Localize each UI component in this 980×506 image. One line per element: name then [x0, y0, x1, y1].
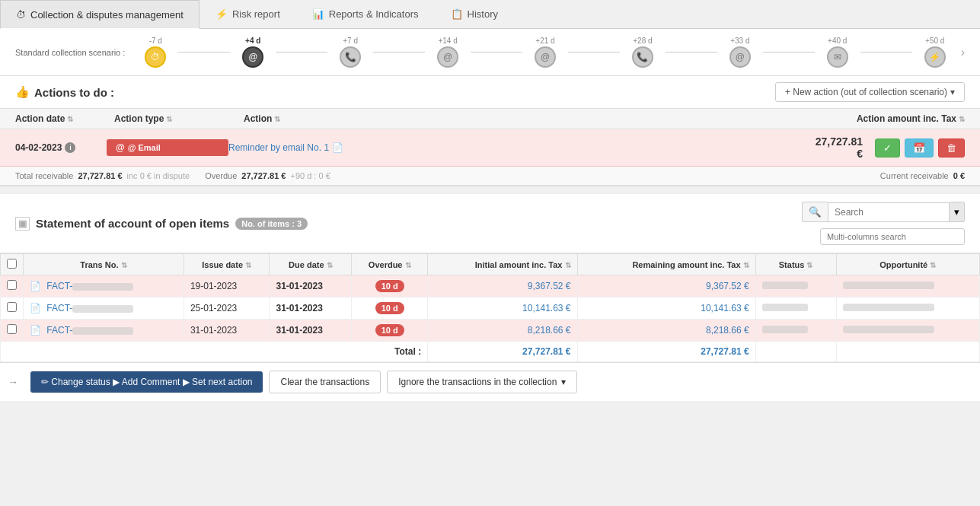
statement-header: ▣ Statement of account of open items No.… — [0, 194, 980, 253]
risk-icon: ⚡ — [215, 8, 228, 20]
action-link[interactable]: Reminder by email No. 1 📄 — [228, 142, 812, 153]
timeline-step-0[interactable]: -7 d ⏱ — [132, 37, 178, 68]
pdf-icon: 📄 — [30, 281, 41, 291]
sort-remaining-icon: ⇅ — [743, 261, 749, 269]
row-checkbox[interactable] — [7, 324, 17, 334]
col-header-date: Action date ⇅ — [15, 113, 114, 124]
row-trans-no: 📄 FACT- — [24, 275, 184, 298]
row-due-date: 31-01-2023 — [270, 298, 352, 320]
table-row: 📄 FACT- 19-01-2023 31-01-2023 10 d 9,367… — [1, 275, 980, 298]
action-controls: 27,727.81 € ✓ 📅 🗑 — [812, 135, 965, 160]
col-issue-date-header[interactable]: Issue date ⇅ — [184, 254, 270, 275]
sort-initial-icon: ⇅ — [565, 261, 571, 269]
timeline-step-2[interactable]: +7 d 📞 — [327, 37, 373, 68]
row-due-date: 31-01-2023 — [270, 320, 352, 342]
col-remaining-header[interactable]: Remaining amount inc. Tax ⇅ — [577, 254, 755, 275]
tab-history[interactable]: 📋 History — [435, 0, 514, 28]
sort-type-icon[interactable]: ⇅ — [166, 115, 172, 123]
total-label: Total : — [1, 342, 428, 362]
timeline-step-8[interactable]: +50 d ⚡ — [912, 37, 958, 68]
statement-icon: ▣ — [15, 217, 30, 231]
timeline-container: Standard collection scenario : -7 d ⏱ +4… — [0, 29, 980, 76]
pdf-icon: 📄 — [30, 303, 41, 313]
summary-row: Total receivable 27,727.81 € inc 0 € in … — [0, 167, 980, 186]
sort-due-icon: ⇅ — [327, 261, 333, 269]
multi-column-search-input[interactable] — [820, 228, 965, 245]
row-trans-no: 📄 FACT- — [24, 298, 184, 320]
col-status-header[interactable]: Status ⇅ — [755, 254, 836, 275]
col-due-date-header[interactable]: Due date ⇅ — [270, 254, 352, 275]
row-issue-date: 19-01-2023 — [184, 275, 270, 298]
timeline-step-4[interactable]: +21 d @ — [522, 37, 568, 68]
total-row: Total : 27,727.81 € 27,727.81 € — [1, 342, 980, 362]
action-confirm-button[interactable]: ✓ — [875, 138, 900, 158]
summary-current-receivable: Current receivable 0 € — [880, 171, 965, 180]
row-remaining-amount: 10,141.63 € — [577, 298, 755, 320]
row-checkbox-cell — [1, 275, 24, 298]
thumbs-up-icon: 👍 — [15, 85, 30, 99]
total-remaining: 27,727.81 € — [577, 342, 755, 362]
sort-opportunite-icon: ⇅ — [930, 261, 936, 269]
row-opportunite — [836, 320, 979, 342]
timeline-step-3[interactable]: +14 d @ — [425, 37, 471, 68]
sort-date-icon[interactable]: ⇅ — [67, 115, 73, 123]
timeline-step-7[interactable]: +40 d ✉ — [815, 37, 860, 68]
total-opportunite — [836, 342, 979, 362]
timeline-more-icon: › — [961, 46, 965, 59]
action-delete-button[interactable]: 🗑 — [938, 138, 965, 158]
col-trans-no-header[interactable]: Trans No. ⇅ — [24, 254, 184, 275]
timeline-step-5[interactable]: +28 d 📞 — [620, 37, 666, 68]
row-opportunite — [836, 298, 979, 320]
overdue-badge: 10 d — [375, 302, 404, 314]
sort-amount-icon[interactable]: ⇅ — [959, 115, 965, 123]
trans-link[interactable]: FACT- — [46, 325, 133, 336]
new-action-button[interactable]: + New action (out of collection scenario… — [775, 82, 965, 102]
timeline-step-6[interactable]: +33 d @ — [717, 37, 763, 68]
bottom-bar: → ✏ Change status ▶ Add Comment ▶ Set ne… — [0, 362, 980, 401]
row-overdue: 10 d — [352, 320, 428, 342]
col-overdue-header[interactable]: Overdue ⇅ — [352, 254, 428, 275]
open-items-table: Trans No. ⇅ Issue date ⇅ Due date ⇅ Over… — [0, 253, 980, 362]
actions-header: 👍 Actions to do : + New action (out of c… — [0, 76, 980, 108]
tab-risk[interactable]: ⚡ Risk report — [200, 0, 296, 28]
row-initial-amount: 8,218.66 € — [428, 320, 577, 342]
table-row: 📄 FACT- 25-01-2023 31-01-2023 10 d 10,14… — [1, 298, 980, 320]
sort-status-icon: ⇅ — [806, 261, 812, 269]
tab-collection[interactable]: ⏱ Collection & disputes management — [0, 0, 200, 29]
info-icon[interactable]: i — [65, 142, 75, 153]
col-header-amount: Action amount inc. Tax ⇅ — [774, 113, 965, 124]
col-initial-header[interactable]: Initial amount inc. Tax ⇅ — [428, 254, 577, 275]
collection-icon: ⏱ — [16, 9, 26, 21]
trans-link[interactable]: FACT- — [46, 281, 133, 291]
tab-reports[interactable]: 📊 Reports & Indicators — [296, 0, 435, 28]
open-items-table-container: Trans No. ⇅ Issue date ⇅ Due date ⇅ Over… — [0, 253, 980, 362]
email-badge: @ @ Email — [107, 139, 228, 156]
search-section: 🔍 ▾ — [802, 202, 965, 245]
clear-transactions-button[interactable]: Clear the transactions — [269, 371, 381, 393]
items-badge: No. of items : 3 — [235, 218, 308, 230]
col-checkbox-header — [1, 254, 24, 275]
col-opportunite-header[interactable]: Opportunité ⇅ — [836, 254, 979, 275]
row-checkbox[interactable] — [7, 302, 17, 312]
row-issue-date: 25-01-2023 — [184, 298, 270, 320]
timeline-step-1[interactable]: +4 d @ — [230, 37, 276, 68]
total-initial: 27,727.81 € — [428, 342, 577, 362]
col-header-type: Action type ⇅ — [114, 113, 244, 124]
row-checkbox[interactable] — [7, 280, 17, 290]
summary-overdue: Overdue 27,727.81 € +90 d : 0 € — [205, 171, 330, 180]
ignore-transactions-button[interactable]: Ignore the transactions in the collectio… — [387, 371, 577, 393]
sort-issue-icon: ⇅ — [245, 261, 251, 269]
search-button[interactable]: 🔍 — [802, 202, 828, 222]
change-status-button[interactable]: ✏ Change status ▶ Add Comment ▶ Set next… — [30, 371, 263, 393]
search-input[interactable] — [828, 202, 950, 222]
search-dropdown-button[interactable]: ▾ — [950, 202, 965, 222]
total-status — [755, 342, 836, 362]
sort-action-icon[interactable]: ⇅ — [274, 115, 280, 123]
table-row: 📄 FACT- 31-01-2023 31-01-2023 10 d 8,218… — [1, 320, 980, 342]
action-calendar-button[interactable]: 📅 — [905, 138, 934, 158]
trans-link[interactable]: FACT- — [46, 303, 133, 313]
row-status — [755, 320, 836, 342]
table-header-row: Trans No. ⇅ Issue date ⇅ Due date ⇅ Over… — [1, 254, 980, 275]
select-all-checkbox[interactable] — [7, 259, 17, 269]
statement-title: ▣ Statement of account of open items No.… — [15, 217, 308, 231]
